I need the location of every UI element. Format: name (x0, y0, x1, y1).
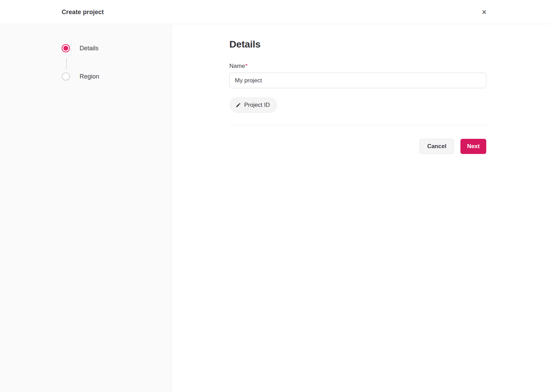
section-heading: Details (229, 39, 260, 50)
step-label-region: Region (80, 73, 99, 80)
main-panel: Details Name* Project ID Cancel Next (229, 24, 486, 392)
name-label: Name* (229, 63, 248, 70)
next-button[interactable]: Next (460, 139, 486, 154)
modal-title: Create project (62, 0, 104, 24)
close-icon: ✕ (481, 9, 487, 16)
stepper-step-region[interactable]: Region (62, 72, 99, 81)
form-divider (229, 125, 486, 125)
action-bar: Cancel Next (229, 139, 486, 154)
step-inactive-radio-icon (62, 72, 70, 81)
close-button[interactable]: ✕ (478, 6, 491, 19)
project-id-button[interactable]: Project ID (229, 97, 277, 113)
name-label-text: Name (229, 63, 245, 69)
stepper-connector-line (66, 58, 67, 69)
step-active-radio-icon (62, 44, 70, 52)
name-input[interactable] (229, 73, 486, 88)
step-label-details: Details (80, 45, 98, 52)
modal-header: Create project ✕ (0, 0, 551, 24)
stepper-sidebar: Details Region (0, 24, 172, 392)
pencil-icon (236, 102, 241, 108)
project-id-button-label: Project ID (244, 102, 270, 109)
required-asterisk: * (245, 63, 248, 69)
stepper-step-details[interactable]: Details (62, 44, 98, 52)
cancel-button[interactable]: Cancel (419, 139, 454, 154)
radio-dot (63, 46, 68, 51)
